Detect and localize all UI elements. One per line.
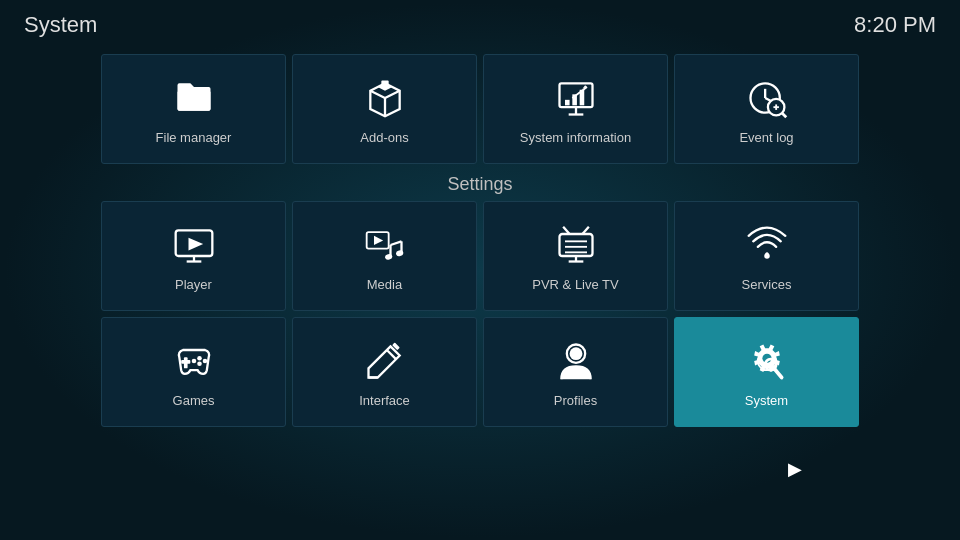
file-manager-label: File manager <box>156 130 232 145</box>
settings-row-2: Games Interface Profiles <box>0 317 960 427</box>
svg-line-15 <box>781 112 786 117</box>
svg-rect-6 <box>565 99 570 105</box>
tile-media[interactable]: Media <box>292 201 477 311</box>
player-label: Player <box>175 277 212 292</box>
games-label: Games <box>173 393 215 408</box>
pvr-label: PVR & Live TV <box>532 277 618 292</box>
svg-marker-23 <box>374 235 383 244</box>
top-tiles-row: File manager Add-ons <box>0 54 960 164</box>
svg-point-43 <box>191 358 196 363</box>
tile-interface[interactable]: Interface <box>292 317 477 427</box>
sysinfo-icon <box>552 74 600 122</box>
pvr-icon <box>552 221 600 269</box>
cursor: ▶ <box>788 458 802 480</box>
svg-point-48 <box>569 347 582 360</box>
media-icon <box>361 221 409 269</box>
tile-pvr-live-tv[interactable]: PVR & Live TV <box>483 201 668 311</box>
svg-marker-19 <box>188 237 203 250</box>
interface-icon <box>361 337 409 385</box>
tile-games[interactable]: Games <box>101 317 286 427</box>
settings-row-1: Player Media <box>0 201 960 311</box>
player-icon <box>170 221 218 269</box>
interface-label: Interface <box>359 393 410 408</box>
services-label: Services <box>742 277 792 292</box>
profiles-icon <box>552 337 600 385</box>
tile-system[interactable]: System <box>674 317 859 427</box>
tile-profiles[interactable]: Profiles <box>483 317 668 427</box>
svg-line-9 <box>572 87 587 98</box>
media-label: Media <box>367 277 402 292</box>
tile-file-manager[interactable]: File manager <box>101 54 286 164</box>
svg-rect-0 <box>177 90 210 110</box>
event-log-label: Event log <box>739 130 793 145</box>
clock: 8:20 PM <box>854 12 936 38</box>
services-icon <box>743 221 791 269</box>
system-icon <box>743 337 791 385</box>
folder-icon <box>170 74 218 122</box>
svg-point-40 <box>197 355 202 360</box>
tile-player[interactable]: Player <box>101 201 286 311</box>
app-header: System 8:20 PM <box>0 0 960 50</box>
svg-rect-39 <box>181 360 190 364</box>
addons-icon <box>361 74 409 122</box>
svg-rect-2 <box>381 80 388 86</box>
svg-point-42 <box>197 361 202 366</box>
system-information-label: System information <box>520 130 631 145</box>
add-ons-label: Add-ons <box>360 130 408 145</box>
profiles-label: Profiles <box>554 393 597 408</box>
eventlog-icon <box>743 74 791 122</box>
games-icon <box>170 337 218 385</box>
tile-system-information[interactable]: System information <box>483 54 668 164</box>
settings-heading: Settings <box>0 174 960 195</box>
tile-add-ons[interactable]: Add-ons <box>292 54 477 164</box>
app-title: System <box>24 12 97 38</box>
tile-event-log[interactable]: Event log <box>674 54 859 164</box>
svg-point-37 <box>764 253 770 259</box>
system-label: System <box>745 393 788 408</box>
tile-services[interactable]: Services <box>674 201 859 311</box>
svg-point-41 <box>202 358 207 363</box>
svg-line-25 <box>390 241 401 245</box>
